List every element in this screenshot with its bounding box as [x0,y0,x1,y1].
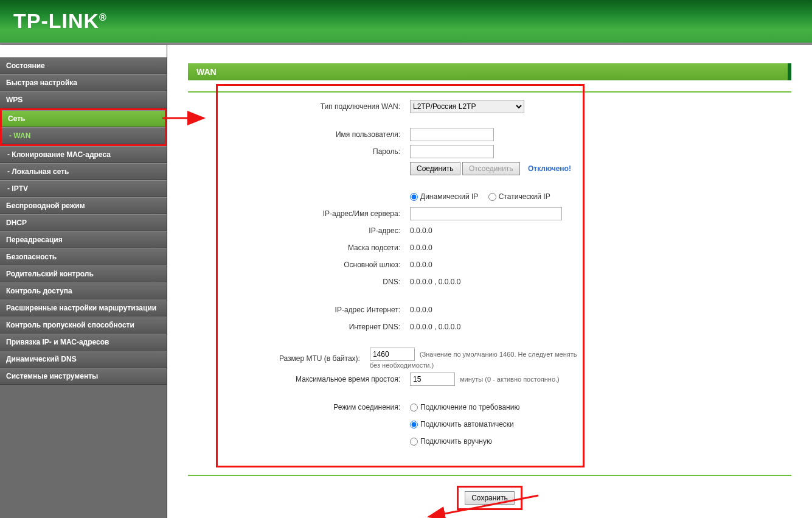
value-dns: 0.0.0.0 , 0.0.0.0 [406,278,460,286]
hint-idle: минуты (0 - активно постоянно.) [460,376,560,383]
menu-lan[interactable]: - Локальная сеть [0,163,167,180]
menu-bind[interactable]: Привязка IP- и МАС-адресов [0,334,167,351]
menu-mac-clone[interactable]: - Клонирование МАС-адреса [0,146,167,163]
value-mask: 0.0.0.0 [406,243,432,252]
brand-logo: TP-LINK® [0,0,812,33]
menu-routing[interactable]: Расширенные настройки маршрутизации [0,299,167,317]
page-title: WAN [188,63,791,80]
input-server[interactable] [410,207,562,220]
select-conn-type[interactable]: L2TP/Россия L2TP [410,100,524,113]
save-button[interactable]: Сохранить [465,491,515,505]
radio-static-ip-wrap[interactable]: Статический IP [488,192,550,201]
input-username[interactable] [410,128,494,141]
menu-status[interactable]: Состояние [0,57,167,74]
value-inet-ip: 0.0.0.0 [406,306,432,314]
top-banner: TP-LINK® [0,0,812,45]
radio-mode-manual-wrap[interactable]: Подключить вручную [410,437,492,446]
label-mode: Режим соединения: [218,403,406,411]
label-mask: Маска подсети: [218,243,406,252]
menu-forwarding[interactable]: Переадресация [0,231,167,248]
menu-parental[interactable]: Родительский контроль [0,265,167,282]
radio-mode-manual[interactable] [410,438,418,446]
menu-wan[interactable]: - WAN [2,127,165,144]
menu-security[interactable]: Безопасность [0,248,167,265]
label-gateway: Основной шлюз: [218,261,406,269]
value-gateway: 0.0.0.0 [406,261,432,269]
value-ip: 0.0.0.0 [406,226,432,235]
value-inet-dns: 0.0.0.0 , 0.0.0.0 [406,323,460,331]
disconnect-button[interactable]: Отсоединить [462,162,520,175]
radio-mode-auto[interactable] [410,421,418,429]
menu-system[interactable]: Системные инструменты [0,368,167,385]
menu-ddns[interactable]: Динамический DNS [0,351,167,368]
label-username: Имя пользователя: [218,130,406,139]
label-ip: IP-адрес: [218,226,406,235]
radio-dynamic-ip-wrap[interactable]: Динамический IP [410,192,478,201]
sidebar: СостояниеБыстрая настройкаWPS Сеть - WAN… [0,45,167,518]
input-password[interactable] [410,145,494,158]
menu-quick-setup[interactable]: Быстрая настройка [0,74,167,91]
menu-bandwidth[interactable]: Контроль пропускной способности [0,317,167,334]
input-idle[interactable] [410,373,455,386]
radio-mode-auto-wrap[interactable]: Подключить автоматически [410,420,514,429]
label-conn-type: Тип подключения WAN: [218,102,406,111]
label-inet-dns: Интернет DNS: [218,323,406,331]
radio-mode-demand[interactable] [410,404,418,411]
connect-button[interactable]: Соединить [410,162,460,175]
radio-mode-demand-wrap[interactable]: Подключение по требованию [410,403,519,411]
radio-dynamic-ip[interactable] [410,193,418,201]
label-password: Пароль: [218,147,406,156]
input-mtu[interactable] [370,348,415,361]
annotation-arrow-1 [161,106,210,130]
label-mtu: Размер MTU (в байтах): [218,354,366,363]
label-server: IP-адрес/Имя сервера: [218,209,406,218]
menu-access[interactable]: Контроль доступа [0,282,167,299]
status-text: Отключено! [528,164,571,173]
radio-static-ip[interactable] [488,193,496,201]
menu-network[interactable]: Сеть [2,110,165,127]
save-highlight-box: Сохранить [457,486,522,510]
menu-dhcp[interactable]: DHCP [0,214,167,231]
menu-wireless[interactable]: Беспроводной режим [0,197,167,214]
label-inet-ip: IP-адрес Интернет: [218,306,406,314]
menu-iptv[interactable]: - IPTV [0,180,167,197]
label-dns: DNS: [218,278,406,286]
label-idle: Максимальное время простоя: [218,375,406,383]
menu-wps[interactable]: WPS [0,91,167,108]
sidebar-highlight-box: Сеть - WAN [0,108,167,146]
form-box: Тип подключения WAN: L2TP/Россия L2TP Им… [216,84,585,467]
content-area: WAN Тип подключения WAN: L2TP/Россия L2T… [167,45,812,518]
